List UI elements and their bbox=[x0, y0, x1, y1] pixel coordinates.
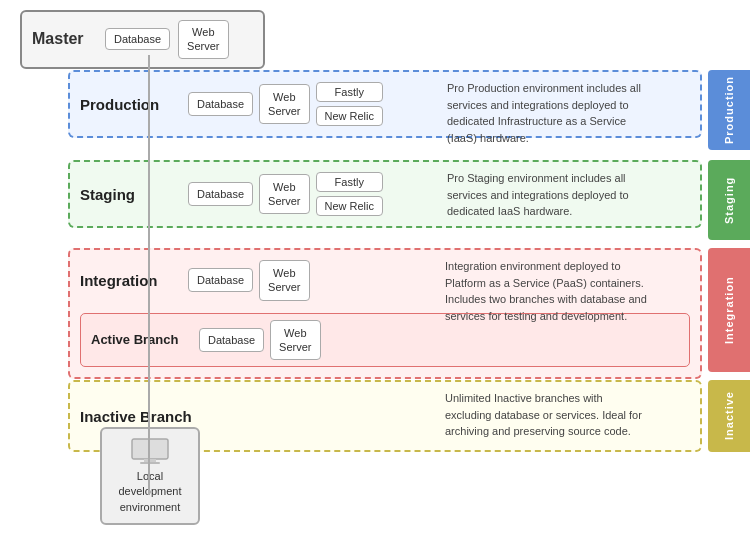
production-services: Database WebServer Fastly New Relic bbox=[188, 82, 383, 126]
master-label: Master bbox=[32, 30, 97, 48]
sidebar-integration-label: Integration bbox=[708, 248, 750, 372]
production-webserver: WebServer bbox=[259, 84, 309, 125]
integration-services: Database WebServer bbox=[188, 260, 310, 301]
production-title: Production bbox=[80, 96, 180, 113]
staging-section: Staging Database WebServer Fastly New Re… bbox=[68, 160, 702, 228]
inactive-description: Unlimited Inactive branches with excludi… bbox=[445, 390, 650, 440]
active-branch-title: Active Branch bbox=[91, 332, 191, 347]
staging-description: Pro Staging environment includes all ser… bbox=[447, 170, 652, 220]
integration-database: Database bbox=[188, 268, 253, 292]
production-section: Production Database WebServer Fastly New… bbox=[68, 70, 702, 138]
sidebar-staging-label: Staging bbox=[708, 160, 750, 240]
staging-webserver: WebServer bbox=[259, 174, 309, 215]
local-dev-label: Local development environment bbox=[119, 470, 182, 513]
staging-services: Database WebServer Fastly New Relic bbox=[188, 172, 383, 216]
master-webserver: WebServer bbox=[178, 20, 228, 59]
staging-database: Database bbox=[188, 182, 253, 206]
active-branch-services: Database WebServer bbox=[199, 320, 321, 361]
production-newrelic: New Relic bbox=[316, 106, 384, 126]
staging-extras: Fastly New Relic bbox=[316, 172, 384, 216]
active-branch-webserver: WebServer bbox=[270, 320, 320, 361]
staging-fastly: Fastly bbox=[316, 172, 384, 192]
svg-rect-0 bbox=[132, 439, 168, 459]
master-box: Master Database WebServer bbox=[20, 10, 265, 69]
production-description: Pro Production environment includes all … bbox=[447, 80, 652, 146]
sidebar-inactive-label: Inactive bbox=[708, 380, 750, 452]
production-database: Database bbox=[188, 92, 253, 116]
local-dev-box: Local development environment bbox=[100, 427, 200, 525]
active-branch-database: Database bbox=[199, 328, 264, 352]
integration-webserver: WebServer bbox=[259, 260, 309, 301]
staging-title: Staging bbox=[80, 186, 180, 203]
svg-rect-2 bbox=[140, 462, 160, 464]
master-database: Database bbox=[105, 28, 170, 50]
production-fastly: Fastly bbox=[316, 82, 384, 102]
integration-description: Integration environment deployed to Plat… bbox=[445, 258, 650, 324]
vertical-connector bbox=[148, 55, 150, 495]
sidebar-production-label: Production bbox=[708, 70, 750, 150]
inactive-title: Inactive Branch bbox=[80, 408, 192, 425]
production-extras: Fastly New Relic bbox=[316, 82, 384, 126]
svg-rect-1 bbox=[144, 459, 156, 462]
staging-newrelic: New Relic bbox=[316, 196, 384, 216]
integration-title: Integration bbox=[80, 272, 180, 289]
diagram-container: Master Database WebServer Production Dat… bbox=[0, 0, 750, 537]
integration-section: Integration Database WebServer Active Br… bbox=[68, 248, 702, 379]
